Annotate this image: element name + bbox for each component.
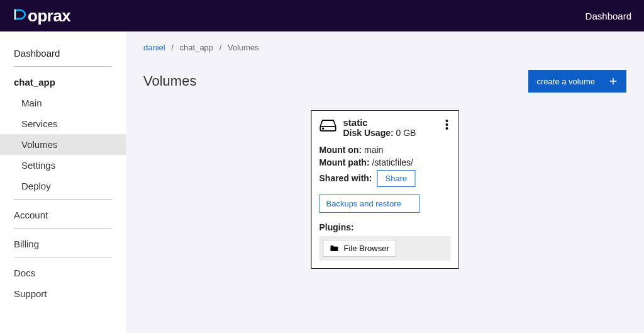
mount-path-label: Mount path: <box>319 157 370 167</box>
folder-icon <box>330 244 339 252</box>
sidebar-item-settings[interactable]: Settings <box>14 155 112 176</box>
brand-logo[interactable]: oprax <box>13 6 70 26</box>
sidebar-dashboard[interactable]: Dashboard <box>14 43 112 64</box>
disk-usage-label: Disk Usage: <box>343 128 394 138</box>
topbar: oprax Dashboard <box>0 0 644 31</box>
breadcrumb-sep: / <box>171 43 174 52</box>
breadcrumb-page: Volumes <box>228 43 259 52</box>
divider <box>14 257 112 257</box>
plugin-file-browser-label: File Browser <box>344 244 389 253</box>
brand-mark-icon <box>13 8 26 21</box>
svg-rect-5 <box>331 247 338 251</box>
create-volume-label: create a volume <box>537 77 596 86</box>
sidebar-item-main[interactable]: Main <box>14 93 112 113</box>
svg-rect-0 <box>14 9 16 20</box>
sidebar: Dashboard chat_app Main Services Volumes… <box>0 31 126 333</box>
plus-icon <box>609 77 618 86</box>
create-volume-button[interactable]: create a volume <box>528 70 627 93</box>
sidebar-item-services[interactable]: Services <box>14 113 112 134</box>
sidebar-item-volumes[interactable]: Volumes <box>0 134 126 155</box>
breadcrumb: daniel / chat_app / Volumes <box>143 43 626 52</box>
breadcrumb-user[interactable]: daniel <box>143 43 165 52</box>
plugin-file-browser-button[interactable]: File Browser <box>323 240 396 257</box>
sidebar-support[interactable]: Support <box>0 283 126 304</box>
sidebar-docs[interactable]: Docs <box>0 262 126 283</box>
volume-name: static <box>343 117 416 128</box>
divider <box>14 199 112 200</box>
sidebar-account[interactable]: Account <box>0 205 126 225</box>
shared-with-label: Shared with: <box>319 172 372 184</box>
plugins-label: Plugins: <box>319 222 451 234</box>
sidebar-app-name[interactable]: chat_app <box>14 72 112 93</box>
main-content: daniel / chat_app / Volumes Volumes crea… <box>126 31 644 333</box>
plugins-bar: File Browser <box>319 236 451 261</box>
top-dashboard-link[interactable]: Dashboard <box>586 11 631 21</box>
disk-usage-value: 0 GB <box>396 128 416 138</box>
share-button[interactable]: Share <box>377 170 416 187</box>
mount-on-label: Mount on: <box>319 145 362 155</box>
mount-path-value: /staticfiles/ <box>372 157 413 167</box>
mount-on-value: main <box>364 145 383 155</box>
breadcrumb-app[interactable]: chat_app <box>180 43 214 52</box>
disk-icon <box>319 118 337 132</box>
volume-menu-button[interactable] <box>443 117 451 132</box>
page-title: Volumes <box>143 73 196 89</box>
breadcrumb-sep: / <box>219 43 222 52</box>
sidebar-billing[interactable]: Billing <box>0 234 126 254</box>
sidebar-item-deploy[interactable]: Deploy <box>14 176 112 196</box>
divider <box>14 66 112 67</box>
divider <box>14 228 112 229</box>
brand-text: oprax <box>28 6 70 26</box>
backups-restore-button[interactable]: Backups and restore <box>319 195 420 213</box>
svg-point-4 <box>323 128 324 129</box>
volume-card: static Disk Usage: 0 GB Mount on: main <box>311 110 459 269</box>
